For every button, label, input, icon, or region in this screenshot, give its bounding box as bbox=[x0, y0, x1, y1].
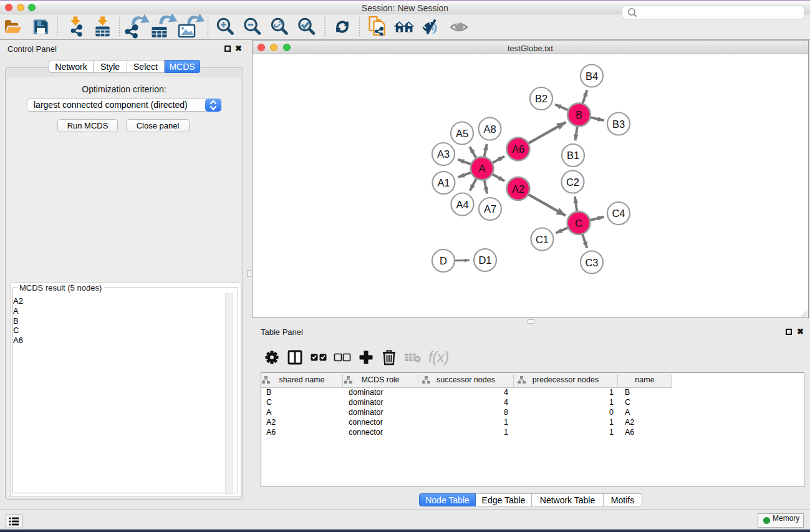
svg-text:A1: A1 bbox=[437, 177, 450, 188]
svg-text:A: A bbox=[478, 163, 485, 174]
svg-text:C: C bbox=[575, 218, 582, 229]
svg-text:B2: B2 bbox=[535, 93, 547, 104]
svg-text:B3: B3 bbox=[612, 118, 625, 130]
svg-text:C1: C1 bbox=[536, 234, 549, 245]
svg-text:A2: A2 bbox=[512, 183, 524, 195]
svg-text:B4: B4 bbox=[586, 70, 598, 82]
svg-text:A5: A5 bbox=[456, 128, 468, 139]
svg-text:C3: C3 bbox=[585, 257, 598, 268]
svg-text:D1: D1 bbox=[478, 254, 491, 266]
svg-text:C2: C2 bbox=[566, 177, 579, 188]
svg-text:D: D bbox=[440, 255, 447, 266]
svg-text:A4: A4 bbox=[456, 199, 468, 210]
svg-text:A3: A3 bbox=[437, 148, 450, 160]
svg-text:A7: A7 bbox=[484, 203, 496, 215]
svg-text:f(x): f(x) bbox=[428, 349, 449, 365]
svg-text:B: B bbox=[576, 109, 582, 120]
svg-text:A8: A8 bbox=[483, 123, 496, 135]
svg-text:B1: B1 bbox=[567, 150, 579, 161]
svg-text:C4: C4 bbox=[612, 208, 625, 219]
svg-text:A6: A6 bbox=[512, 143, 524, 155]
